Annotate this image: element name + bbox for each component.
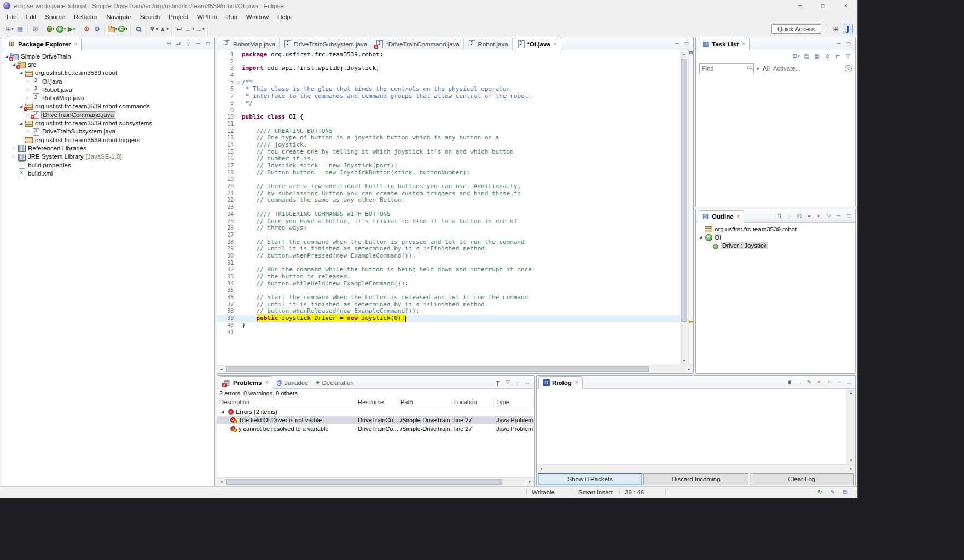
scrollbar-thumb[interactable]: [226, 479, 502, 485]
last-edit-location-icon[interactable]: ↩: [174, 24, 184, 34]
package-explorer-item[interactable]: ◢org.usfirst.frc.team3539.robot.subsyste…: [2, 119, 214, 127]
clear-log-icon[interactable]: ×: [815, 377, 823, 387]
link-with-editor-icon[interactable]: ⇄: [174, 39, 183, 49]
close-icon[interactable]: ×: [737, 213, 740, 219]
outline-tab[interactable]: Outline ×: [698, 210, 744, 223]
scroll-left-icon[interactable]: ◂: [537, 465, 545, 472]
problems-row[interactable]: The field OI.Driver is not visibleDriveT…: [217, 416, 534, 425]
code-line[interactable]: 34 // button.whileHeld(new ExampleComman…: [217, 281, 680, 288]
minimize-icon[interactable]: ─: [513, 377, 522, 387]
problems-column-description[interactable]: Description: [217, 398, 356, 407]
code-line[interactable]: 30 // button.whenPressed(new ExampleComm…: [217, 253, 680, 260]
code-line[interactable]: 8 */: [217, 100, 680, 107]
synchronize-icon[interactable]: ⇄: [833, 51, 842, 61]
overview-highlight-marker[interactable]: [689, 321, 693, 323]
scroll-down-icon[interactable]: ▾: [847, 457, 855, 464]
close-icon[interactable]: ×: [575, 380, 578, 386]
new-java-class-icon[interactable]: ▾: [118, 24, 128, 34]
add-filter-icon[interactable]: +: [824, 377, 833, 387]
menu-refactor[interactable]: Refactor: [69, 13, 102, 21]
pencil-icon[interactable]: ✎: [828, 487, 837, 497]
riolog-tab[interactable]: Riolog ×: [538, 376, 583, 389]
expand-all-icon[interactable]: ▸: [757, 66, 759, 71]
menu-help[interactable]: Help: [273, 13, 295, 21]
minimize-icon[interactable]: ─: [672, 39, 681, 49]
twisty-open-icon[interactable]: ◢: [219, 410, 226, 414]
pause-log-icon[interactable]: ▮: [785, 377, 794, 387]
view-menu-icon[interactable]: ▽: [503, 377, 512, 387]
quick-access-button[interactable]: Quick Access: [771, 24, 821, 34]
riolog-vertical-scrollbar[interactable]: ▴ ▾: [846, 389, 855, 464]
hide-non-public-icon[interactable]: ●: [805, 211, 814, 221]
scheduled-icon[interactable]: ▦: [812, 51, 821, 61]
maximize-icon[interactable]: □: [682, 39, 691, 49]
maximize-icon[interactable]: □: [204, 39, 212, 49]
search-icon[interactable]: [133, 24, 143, 34]
scrollbar-thumb[interactable]: [681, 59, 687, 322]
maximize-icon[interactable]: □: [844, 39, 853, 49]
editor-tab-drivetrainsubsystem-java[interactable]: DriveTrainSubsystem.java: [280, 38, 371, 50]
window-maximize-button[interactable]: □: [811, 0, 834, 11]
wpilib-deploy-icon[interactable]: ⚙: [92, 24, 102, 34]
scroll-down-icon[interactable]: ▾: [680, 357, 688, 365]
scroll-right-icon[interactable]: ▸: [526, 478, 534, 486]
new-java-project-icon[interactable]: ▾: [107, 24, 118, 34]
scroll-up-icon[interactable]: ▴: [847, 389, 855, 396]
code-editor[interactable]: 1package org.usfirst.frc.team3539.robot;…: [217, 50, 680, 365]
editor-tab--drivetraincommand-java[interactable]: *DriveTrainCommand.java: [371, 38, 463, 50]
next-annotation-icon[interactable]: ▼▾: [148, 24, 159, 34]
views-icon[interactable]: ▤: [841, 487, 850, 497]
sort-icon[interactable]: ⇅: [775, 211, 784, 221]
scroll-left-icon[interactable]: ◂: [217, 365, 225, 373]
twisty-closed-icon[interactable]: ▷: [25, 96, 32, 100]
package-explorer-item[interactable]: org.usfirst.frc.team3539.robot.triggers: [2, 136, 214, 144]
twisty-closed-icon[interactable]: ▷: [25, 129, 32, 133]
close-icon[interactable]: ×: [265, 380, 268, 386]
twisty-closed-icon[interactable]: ▷: [25, 79, 32, 84]
close-icon[interactable]: ×: [74, 41, 78, 47]
editor-tab-robotmap-java[interactable]: RobotMap.java: [219, 38, 280, 50]
new-task-icon[interactable]: ⊞▾: [792, 51, 800, 61]
package-explorer-item[interactable]: ▷DriveTrainSubsystem.java: [2, 127, 214, 136]
scrollbar-thumb[interactable]: [226, 366, 649, 372]
hide-local-types-icon[interactable]: ◐: [815, 211, 823, 221]
code-line[interactable]: 4: [217, 72, 680, 79]
package-explorer-item[interactable]: ▷RobotMap.java: [2, 94, 214, 102]
riolog-horizontal-scrollbar[interactable]: ◂ ▸: [537, 464, 855, 472]
editor-overview-ruler[interactable]: [688, 50, 693, 365]
window-minimize-button[interactable]: ─: [788, 0, 811, 11]
maximize-icon[interactable]: □: [523, 377, 532, 387]
package-explorer-item[interactable]: ◢org.usfirst.frc.team3539.robot: [2, 69, 214, 77]
code-line[interactable]: 26 // three ways:: [217, 225, 680, 232]
menu-file[interactable]: File: [2, 13, 21, 21]
help-icon[interactable]: ?: [845, 65, 852, 72]
scroll-right-icon[interactable]: ▸: [685, 365, 693, 373]
package-explorer-item[interactable]: ▷Referenced Libraries: [2, 144, 214, 152]
jump-to-end-icon[interactable]: →: [795, 377, 804, 387]
riolog-button-clear-log[interactable]: Clear Log: [750, 473, 854, 485]
package-explorer-item[interactable]: ◢org.usfirst.frc.team3539.robot.commands: [2, 102, 214, 110]
menu-window[interactable]: Window: [242, 13, 273, 21]
riolog-button-show-0-packets[interactable]: Show 0 Packets: [538, 473, 642, 485]
riolog-console[interactable]: [537, 389, 846, 464]
wpilib-build-icon[interactable]: ⚙: [82, 24, 92, 34]
problems-tab[interactable]: Problems ×: [219, 376, 272, 389]
code-line[interactable]: 40}: [217, 322, 680, 329]
editor-vertical-scrollbar[interactable]: ▴ ▾: [680, 50, 688, 365]
code-line[interactable]: 7 * interface to the commands and comman…: [217, 93, 680, 100]
new-wizard-icon[interactable]: ⊞▾: [4, 24, 15, 34]
problems-group-row[interactable]: ◢Errors (2 items): [217, 407, 534, 416]
declaration-tab[interactable]: ◈ Declaration: [312, 376, 358, 389]
menu-run[interactable]: Run: [222, 13, 242, 21]
problems-column-type[interactable]: Type: [494, 398, 534, 407]
twisty-open-icon[interactable]: ◢: [18, 121, 25, 125]
activate-link[interactable]: Activate...: [773, 65, 801, 72]
problems-column-resource[interactable]: Resource: [356, 398, 398, 407]
minimize-icon[interactable]: ─: [834, 211, 843, 221]
package-explorer-item[interactable]: ▷Robot.java: [2, 85, 214, 94]
maximize-icon[interactable]: □: [844, 211, 853, 221]
code-line[interactable]: 3import edu.wpi.first.wpilibj.Joystick;: [217, 65, 680, 72]
close-icon[interactable]: ×: [554, 41, 557, 47]
save-icon[interactable]: ▦: [15, 24, 25, 34]
problems-row[interactable]: y cannot be resolved to a variableDriveT…: [217, 424, 534, 433]
